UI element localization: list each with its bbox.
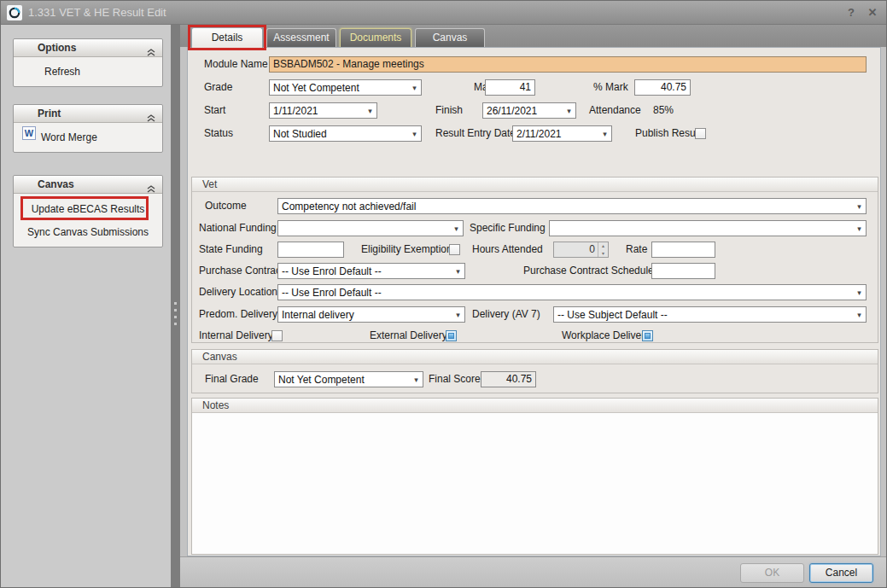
delivery-location-dropdown[interactable]: -- Use Enrol Default -- ▾ <box>277 284 867 300</box>
options-panel-header[interactable]: Options <box>14 39 162 57</box>
dropdown-arrow-icon[interactable]: ▾ <box>452 267 464 276</box>
start-date-value: 1/11/2021 <box>270 105 364 117</box>
eligibility-exemption-label: Eligibility Exemption <box>361 242 452 258</box>
dropdown-arrow-icon[interactable]: ▾ <box>563 107 575 115</box>
mark-field[interactable]: 41 <box>485 79 535 96</box>
splitter-grip[interactable] <box>174 302 177 328</box>
specific-funding-dropdown[interactable]: ▾ <box>549 220 867 236</box>
word-merge-button[interactable]: W Word Merge <box>14 123 162 152</box>
rate-label: Rate <box>626 242 647 258</box>
tab-details[interactable]: Details <box>191 27 263 48</box>
dropdown-arrow-icon[interactable]: ▾ <box>452 311 464 319</box>
dropdown-arrow-icon[interactable]: ▾ <box>364 107 376 115</box>
status-dropdown[interactable]: Not Studied ▾ <box>269 125 422 142</box>
dropdown-arrow-icon[interactable]: ▾ <box>408 84 421 92</box>
spinner-up-icon[interactable]: ▴ <box>598 242 608 250</box>
hours-attended-spinner[interactable]: 0 ▴▾ <box>553 242 609 258</box>
rate-field[interactable] <box>651 242 715 258</box>
start-label: Start <box>204 102 225 119</box>
update-ebecas-results-button[interactable]: Update eBECAS Results <box>14 198 162 220</box>
attendance-label: Attendance <box>589 102 641 119</box>
external-delivery-checkbox[interactable] <box>446 330 457 341</box>
internal-delivery-checkbox[interactable] <box>271 330 283 341</box>
dropdown-arrow-icon[interactable]: ▾ <box>853 202 866 211</box>
collapse-chevron-icon[interactable] <box>147 181 155 198</box>
result-entry-date-dropdown[interactable]: 2/11/2021 ▾ <box>512 125 612 142</box>
spinner-down-icon[interactable]: ▾ <box>598 250 608 258</box>
hours-attended-label: Hours Attended <box>472 242 543 258</box>
canvas-panel: Canvas Update eBECAS Results Sync Canvas… <box>13 175 163 247</box>
cancel-button[interactable]: Cancel <box>809 563 873 583</box>
dropdown-arrow-icon[interactable]: ▾ <box>853 311 866 319</box>
canvas-group: Canvas Final Grade Not Yet Competent ▾ F… <box>191 349 878 393</box>
internal-delivery-label: Internal Delivery <box>199 328 273 344</box>
publish-result-checkbox[interactable] <box>695 128 706 139</box>
notes-editor[interactable] <box>192 413 878 554</box>
outcome-value: Competency not achieved/fail <box>278 201 853 212</box>
final-grade-value: Not Yet Competent <box>275 374 410 386</box>
close-icon[interactable]: ✕ <box>863 1 882 25</box>
final-score-field[interactable]: 40.75 <box>481 371 536 387</box>
help-icon[interactable]: ? <box>842 1 861 25</box>
canvas-panel-title: Canvas <box>38 178 74 190</box>
refresh-button[interactable]: Refresh <box>14 57 162 86</box>
title-bar[interactable]: 1.331 VET & HE Result Edit ? ✕ <box>1 1 887 25</box>
national-funding-label: National Funding <box>199 220 277 236</box>
purchase-contract-label: Purchase Contract <box>199 263 283 279</box>
dropdown-arrow-icon[interactable]: ▾ <box>853 288 866 297</box>
state-funding-field[interactable] <box>277 242 344 258</box>
tab-canvas[interactable]: Canvas <box>415 28 485 48</box>
delivery-av7-label: Delivery (AV 7) <box>472 306 540 323</box>
workplace-delivery-checkbox[interactable] <box>642 330 653 341</box>
print-panel-header[interactable]: Print <box>14 105 162 123</box>
notes-group-header: Notes <box>192 399 878 413</box>
final-grade-label: Final Grade <box>205 371 259 387</box>
grade-label: Grade <box>204 79 232 96</box>
options-panel-title: Options <box>38 42 76 54</box>
dropdown-arrow-icon[interactable]: ▾ <box>598 130 611 138</box>
sidebar: Options Refresh Print W Word Merge Canva <box>1 25 171 588</box>
dropdown-arrow-icon[interactable]: ▾ <box>853 224 866 233</box>
window-title: 1.331 VET & HE Result Edit <box>28 1 166 25</box>
final-grade-dropdown[interactable]: Not Yet Competent ▾ <box>274 371 423 387</box>
delivery-av7-value: -- Use Subject Default -- <box>554 309 853 321</box>
purchase-contract-value: -- Use Enrol Default -- <box>278 265 452 277</box>
finish-date-value: 26/11/2021 <box>483 105 563 117</box>
dialog-window: 1.331 VET & HE Result Edit ? ✕ Options R… <box>0 0 887 588</box>
status-value: Not Studied <box>270 128 408 140</box>
grade-dropdown[interactable]: Not Yet Competent ▾ <box>269 79 422 96</box>
dropdown-arrow-icon[interactable]: ▾ <box>450 224 463 233</box>
sidebar-splitter[interactable] <box>171 25 180 588</box>
hours-attended-value: 0 <box>554 242 598 257</box>
predom-delivery-value: Internal delivery <box>278 309 452 321</box>
module-name-field[interactable]: BSBADM502 - Manage meetings <box>269 56 867 73</box>
dropdown-arrow-icon[interactable]: ▾ <box>410 376 423 384</box>
purchase-contract-dropdown[interactable]: -- Use Enrol Default -- ▾ <box>277 263 465 279</box>
start-date-dropdown[interactable]: 1/11/2021 ▾ <box>269 102 377 119</box>
external-delivery-label: External Delivery <box>370 328 447 344</box>
delivery-location-value: -- Use Enrol Default -- <box>278 287 853 299</box>
details-tab-page: Module Name BSBADM502 - Manage meetings … <box>187 47 881 556</box>
publish-result-label: Publish Result <box>635 125 701 142</box>
tab-documents[interactable]: Documents <box>340 28 411 48</box>
purchase-contract-schedule-label: Purchase Contract Schedule <box>523 263 654 279</box>
word-icon: W <box>22 126 36 140</box>
dropdown-arrow-icon[interactable]: ▾ <box>408 130 421 138</box>
predom-delivery-dropdown[interactable]: Internal delivery ▾ <box>277 306 465 323</box>
sync-canvas-submissions-button[interactable]: Sync Canvas Submissions <box>14 221 162 243</box>
purchase-contract-schedule-field[interactable] <box>651 263 715 279</box>
canvas-panel-header[interactable]: Canvas <box>14 176 162 194</box>
module-name-label: Module Name <box>204 56 268 73</box>
specific-funding-label: Specific Funding <box>470 220 546 236</box>
pct-mark-field[interactable]: 40.75 <box>634 79 691 96</box>
tab-assessment[interactable]: Assessment <box>266 28 336 48</box>
eligibility-exemption-checkbox[interactable] <box>449 244 460 255</box>
delivery-av7-dropdown[interactable]: -- Use Subject Default -- ▾ <box>553 306 867 323</box>
attendance-value: 85% <box>653 102 674 119</box>
national-funding-dropdown[interactable]: ▾ <box>277 220 464 236</box>
finish-date-dropdown[interactable]: 26/11/2021 ▾ <box>482 102 576 119</box>
ok-button[interactable]: OK <box>740 563 804 583</box>
print-panel: Print W Word Merge <box>13 104 163 153</box>
outcome-dropdown[interactable]: Competency not achieved/fail ▾ <box>277 198 867 214</box>
vet-group-header: Vet <box>192 178 878 192</box>
